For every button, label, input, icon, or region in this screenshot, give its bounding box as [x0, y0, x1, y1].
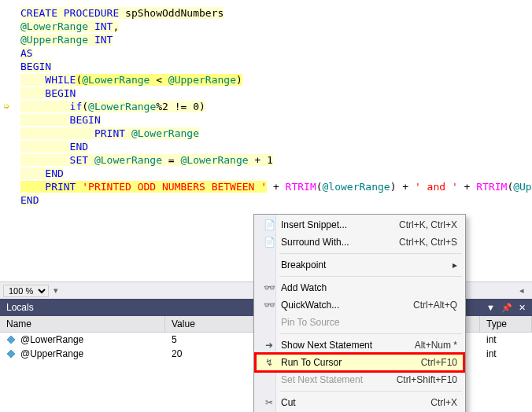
submenu-arrow-icon: ▸ [453, 259, 464, 270]
code-token: AS [20, 47, 33, 59]
menu-cut[interactable]: ✂ Cut Ctrl+X [256, 394, 464, 411]
code-token: %2 != 0) [156, 101, 205, 112]
code-token: CREATE PROCEDURE [20, 7, 119, 19]
col-type[interactable]: Type [480, 316, 532, 332]
menu-shortcut: Ctrl+X [430, 397, 464, 408]
menu-separator [279, 253, 462, 254]
code-token: @LowerRange [20, 20, 88, 32]
menu-show-next-statement[interactable]: ➜ Show Next Statement Alt+Num * [256, 337, 464, 354]
code-token: spShowOddNumbers [119, 7, 224, 19]
zoom-select[interactable]: 100 % [3, 285, 49, 297]
code-token: , [113, 20, 119, 32]
code-token: = [162, 154, 180, 166]
menu-insert-snippet[interactable]: 📄 Insert Snippet... Ctrl+K, Ctrl+X [256, 216, 464, 234]
scroll-left-icon[interactable]: ◂ [515, 285, 529, 296]
svg-marker-0 [7, 336, 15, 344]
menu-label: Set Next Statement [278, 374, 397, 385]
code-token: BEGIN [20, 87, 76, 99]
code-token: SET [20, 154, 88, 166]
code-token: BEGIN [20, 61, 51, 72]
code-token: 'PRINTED ODD NUMBERS BETWEEN ' [76, 181, 267, 193]
code-token: @LowerRange [88, 154, 162, 166]
context-menu: 📄 Insert Snippet... Ctrl+K, Ctrl+X 📄 Sur… [253, 214, 466, 412]
snippet-icon: 📄 [260, 219, 278, 230]
menu-label: Run To Cursor [278, 357, 421, 368]
menu-label: Show Next Statement [278, 340, 415, 351]
menu-shortcut: Ctrl+Shift+F10 [397, 374, 464, 385]
col-name[interactable]: Name [0, 316, 165, 332]
glasses-icon: 👓 [260, 282, 278, 293]
variable-icon [6, 349, 16, 359]
menu-shortcut: Ctrl+K, Ctrl+X [399, 219, 464, 230]
cursor-icon: ↯ [260, 357, 278, 368]
code-token: @LowerRange [181, 154, 249, 166]
surround-icon: 📄 [260, 237, 278, 248]
code-token: + 1 [249, 154, 273, 166]
code-token: @LowerRange [88, 101, 156, 112]
menu-shortcut: Alt+Num * [415, 340, 464, 351]
var-name: @LowerRange [20, 334, 83, 345]
glasses-icon: 👓 [260, 300, 278, 311]
code-token: INT [88, 20, 113, 32]
menu-shortcut: Ctrl+K, Ctrl+S [399, 237, 464, 248]
code-token: END [20, 194, 39, 206]
menu-surround-with[interactable]: 📄 Surround With... Ctrl+K, Ctrl+S [256, 234, 464, 251]
dropdown-icon[interactable]: ▼ [486, 299, 495, 316]
code-token: RTRIM [286, 181, 316, 193]
svg-marker-1 [7, 350, 15, 358]
menu-separator [279, 391, 462, 392]
code-token: ( [316, 181, 323, 193]
code-token: WHILE [20, 74, 76, 86]
arrow-icon: ➜ [260, 340, 278, 351]
menu-shortcut: Ctrl+Alt+Q [413, 300, 464, 311]
menu-separator [279, 276, 462, 277]
var-type: int [480, 333, 532, 346]
menu-add-watch[interactable]: 👓 Add Watch [256, 279, 464, 296]
menu-label: QuickWatch... [278, 300, 413, 311]
code-token: BEGIN [20, 114, 101, 126]
variable-icon [6, 335, 16, 344]
code-token: + [267, 181, 285, 193]
code-token: PRINT [20, 127, 125, 139]
code-token: @UpperRange [20, 34, 88, 46]
code-token: @LowerRange [125, 127, 199, 139]
code-token: @UpperRange [168, 74, 236, 86]
code-token: + [458, 181, 476, 193]
pin-icon[interactable]: 📌 [501, 299, 512, 316]
code-token: ) [236, 74, 242, 86]
menu-run-to-cursor[interactable]: ↯ Run To Cursor Ctrl+F10 [256, 354, 464, 371]
menu-label: Cut [278, 397, 430, 408]
menu-label: Surround With... [278, 237, 399, 248]
code-token: RTRIM [476, 181, 507, 193]
code-token: < [150, 74, 168, 86]
menu-label: Insert Snippet... [278, 219, 399, 230]
menu-label: Breakpoint [278, 259, 453, 270]
menu-quickwatch[interactable]: 👓 QuickWatch... Ctrl+Alt+Q [256, 296, 464, 314]
code-token: PRINT [20, 181, 76, 193]
var-name: @UpperRange [20, 348, 83, 359]
code-token: END [20, 167, 64, 179]
menu-separator [279, 333, 462, 334]
menu-label: Pin To Source [278, 317, 464, 328]
menu-shortcut: Ctrl+F10 [421, 357, 464, 368]
execution-pointer-icon: ➭ [3, 100, 9, 112]
scroll-down-icon[interactable]: ▾ [49, 285, 63, 296]
code-token: END [20, 141, 88, 153]
code-token: @LowerRange [82, 74, 150, 86]
menu-set-next-statement: Set Next Statement Ctrl+Shift+F10 [256, 371, 464, 388]
cut-icon: ✂ [260, 397, 278, 408]
code-token: ' and ' [415, 181, 458, 193]
var-type: int [480, 348, 532, 360]
code-token: if [20, 101, 82, 112]
code-token: ( [82, 101, 88, 112]
menu-label: Add Watch [278, 282, 464, 293]
menu-pin-to-source: Pin To Source [256, 314, 464, 331]
code-token: ) + [390, 181, 415, 193]
code-token: @UpperRange [513, 181, 532, 193]
close-icon[interactable]: ✕ [519, 299, 526, 316]
code-token: @lowerRange [323, 181, 390, 193]
menu-breakpoint[interactable]: Breakpoint ▸ [256, 256, 464, 274]
code-token: INT [88, 34, 113, 46]
